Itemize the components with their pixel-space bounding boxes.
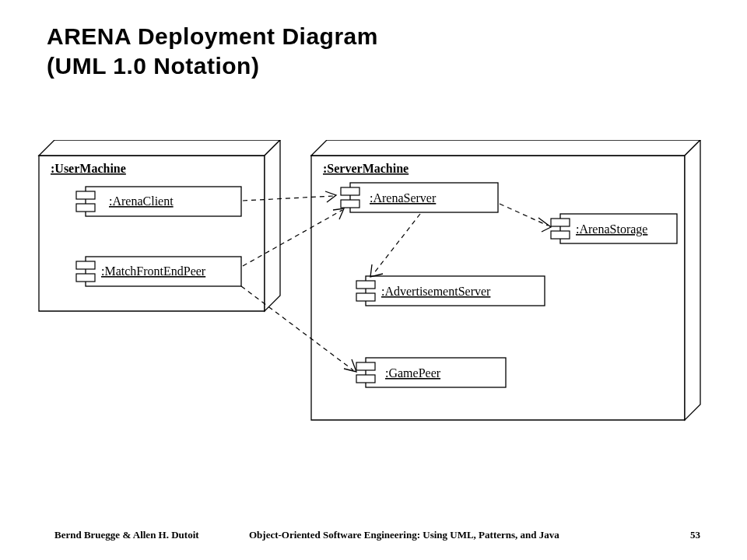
deployment-diagram: :UserMachine :ArenaClient :MatchFrontEnd…	[31, 140, 716, 451]
svg-rect-17	[551, 231, 570, 239]
svg-rect-7	[76, 261, 95, 269]
component-label-advertisement-server: :AdvertisementServer	[381, 285, 491, 298]
svg-rect-14	[341, 200, 359, 208]
title-line-1: ARENA Deployment Diagram	[47, 23, 378, 49]
component-label-match-front-end-peer: :MatchFrontEndPeer	[101, 264, 206, 278]
component-label-arena-client: :ArenaClient	[109, 194, 174, 208]
svg-marker-10	[311, 140, 700, 156]
component-arena-server: :ArenaServer	[341, 183, 498, 212]
node-label-user-machine: :UserMachine	[51, 162, 126, 175]
component-match-front-end-peer: :MatchFrontEndPeer	[76, 257, 241, 286]
svg-rect-5	[76, 204, 95, 212]
svg-rect-23	[356, 375, 375, 383]
title-line-2: (UML 1.0 Notation)	[47, 53, 259, 79]
svg-marker-1	[39, 140, 280, 156]
component-arena-client: :ArenaClient	[76, 187, 241, 216]
svg-rect-4	[76, 191, 95, 199]
node-label-server-machine: :ServerMachine	[323, 162, 409, 175]
svg-rect-20	[356, 293, 375, 301]
svg-marker-0	[39, 156, 265, 311]
svg-rect-22	[356, 362, 375, 370]
svg-marker-2	[265, 140, 280, 311]
svg-marker-11	[685, 140, 700, 420]
svg-rect-13	[341, 187, 359, 195]
component-arena-storage: :ArenaStorage	[551, 214, 677, 243]
footer-book-title: Object-Oriented Software Engineering: Us…	[249, 529, 559, 541]
component-game-peer: :GamePeer	[356, 358, 506, 387]
component-label-arena-storage: :ArenaStorage	[576, 222, 647, 236]
svg-rect-19	[356, 281, 375, 289]
component-label-game-peer: :GamePeer	[385, 366, 441, 380]
svg-rect-16	[551, 219, 570, 226]
footer-authors: Bernd Bruegge & Allen H. Dutoit	[54, 529, 199, 541]
component-advertisement-server: :AdvertisementServer	[356, 276, 545, 306]
page-title: ARENA Deployment Diagram (UML 1.0 Notati…	[47, 22, 378, 80]
svg-rect-8	[76, 274, 95, 282]
component-label-arena-server: :ArenaServer	[370, 191, 437, 205]
footer-page-number: 53	[690, 529, 700, 541]
